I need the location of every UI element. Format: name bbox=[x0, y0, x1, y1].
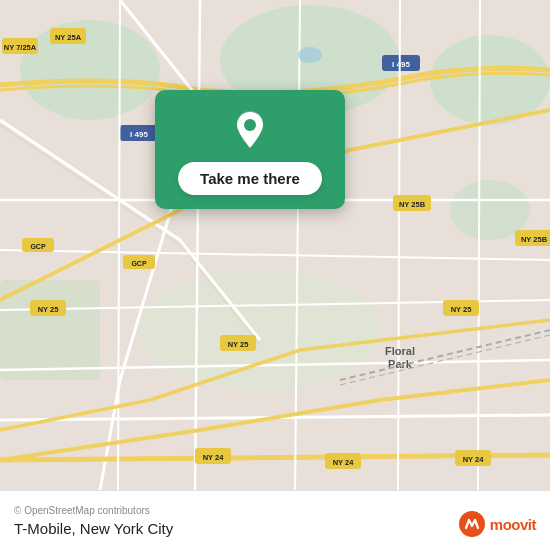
svg-text:NY 25B: NY 25B bbox=[399, 200, 426, 209]
svg-text:NY 24: NY 24 bbox=[203, 453, 225, 462]
svg-rect-5 bbox=[0, 280, 100, 380]
moovit-text: moovit bbox=[490, 516, 536, 533]
location-pin-icon bbox=[228, 108, 272, 152]
moovit-icon bbox=[458, 510, 486, 538]
svg-text:NY 7/25A: NY 7/25A bbox=[4, 43, 37, 52]
svg-text:GCP: GCP bbox=[30, 243, 46, 250]
svg-text:I 495: I 495 bbox=[130, 130, 148, 139]
moovit-logo: moovit bbox=[458, 510, 536, 538]
bottom-bar: © OpenStreetMap contributors T-Mobile, N… bbox=[0, 490, 550, 550]
svg-text:NY 25: NY 25 bbox=[38, 305, 59, 314]
svg-text:I 495: I 495 bbox=[392, 60, 410, 69]
svg-point-6 bbox=[140, 270, 380, 390]
svg-text:Floral: Floral bbox=[385, 345, 415, 357]
svg-text:NY 25B: NY 25B bbox=[521, 235, 548, 244]
popup-card: Take me there bbox=[155, 90, 345, 209]
svg-point-37 bbox=[298, 47, 322, 63]
svg-text:NY 25: NY 25 bbox=[228, 340, 249, 349]
svg-text:NY 25: NY 25 bbox=[451, 305, 472, 314]
svg-point-3 bbox=[430, 35, 550, 125]
svg-point-39 bbox=[244, 119, 256, 131]
take-me-there-button[interactable]: Take me there bbox=[178, 162, 322, 195]
svg-point-1 bbox=[20, 20, 160, 120]
svg-text:NY 25A: NY 25A bbox=[55, 33, 82, 42]
map-container: I 495 I 495 NY 25A NY 25B bbox=[0, 0, 550, 490]
svg-text:NY 24: NY 24 bbox=[333, 458, 355, 467]
svg-text:GCP: GCP bbox=[131, 260, 147, 267]
svg-text:NY 24: NY 24 bbox=[463, 455, 485, 464]
